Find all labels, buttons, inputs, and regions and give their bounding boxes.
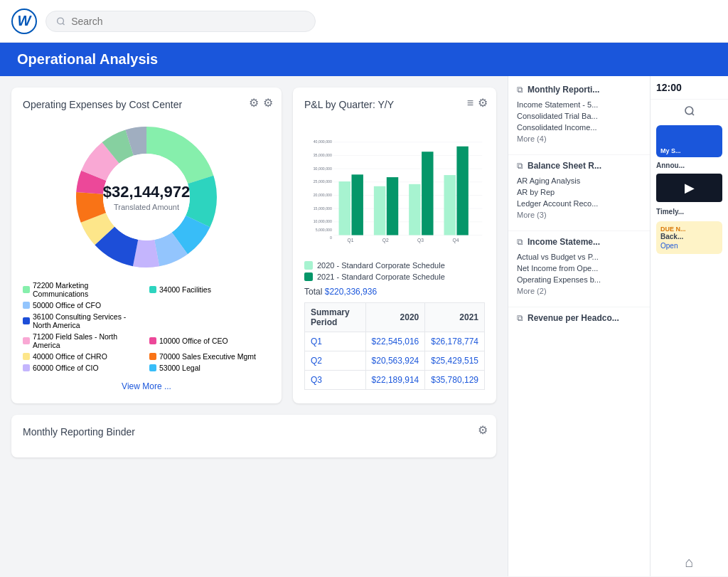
sidebar-section-income: ⧉ Income Stateme... Actual vs Budget vs … xyxy=(508,237,650,295)
donut-center: $32,144,972 Translated Amount xyxy=(103,183,190,211)
donut-customize-btn[interactable]: ⚙ xyxy=(249,96,259,110)
legend-dot xyxy=(149,286,156,293)
main-content: Operating Expenses by Cost Center ⚙ ⚙ xyxy=(0,76,728,576)
my-s-thumbnail[interactable]: My S... xyxy=(656,125,722,157)
legend-label: 50000 Office of CFO xyxy=(33,301,101,309)
legend-dot xyxy=(23,286,30,293)
home-icon[interactable]: ⌂ xyxy=(685,554,693,571)
donut-card-actions: ⚙ ⚙ xyxy=(249,96,273,110)
table-row: Q1 $22,545,016 $26,178,774 xyxy=(305,332,485,351)
sidebar-section-income-header: ⧉ Income Stateme... xyxy=(517,237,641,247)
view-more[interactable]: View More ... xyxy=(23,379,270,392)
pl-bar-chart: 40,000,000 35,000,000 30,000,000 25,000,… xyxy=(304,119,485,261)
home-icon-area[interactable]: ⌂ xyxy=(651,549,728,576)
bar-q1-2020 xyxy=(339,181,350,235)
page-title: Operational Analysis xyxy=(17,51,158,67)
sidebar-section-revenue-title: Revenue per Headco... xyxy=(528,313,619,323)
sidebar-item-actual-budget[interactable]: Actual vs Budget vs P... xyxy=(517,251,641,263)
video-thumb[interactable]: ▶ xyxy=(656,174,722,202)
legend-item: 53000 Legal xyxy=(149,364,270,372)
legend-dot xyxy=(149,364,156,371)
panels-area: Operating Expenses by Cost Center ⚙ ⚙ xyxy=(0,76,508,576)
sidebar-more-income[interactable]: More (2) xyxy=(517,287,641,295)
sidebar-item-income-stmt[interactable]: Income Statement - 5... xyxy=(517,99,641,110)
timely-label: Timely... xyxy=(651,205,728,218)
svg-text:35,000,000: 35,000,000 xyxy=(314,153,332,157)
sidebar-item-ledger[interactable]: Ledger Account Reco... xyxy=(517,198,641,209)
pl-settings-btn[interactable]: ⚙ xyxy=(478,96,488,110)
notif-text: Back... xyxy=(660,233,718,240)
val-q3-2020[interactable]: $22,189,914 xyxy=(372,375,419,385)
legend-label: 72200 Marketing Communications xyxy=(33,281,144,298)
bar-q4-2021 xyxy=(456,147,468,235)
notif-card[interactable]: DUE N... Back... Open xyxy=(656,221,722,254)
svg-text:15,000,000: 15,000,000 xyxy=(314,206,332,211)
val-q1-2021[interactable]: $26,178,774 xyxy=(431,337,478,346)
copy-icon: ⧉ xyxy=(517,85,523,95)
sidebar-section-balance-header: ⧉ Balance Sheet R... xyxy=(517,161,641,171)
legend-label: 53000 Legal xyxy=(159,364,200,372)
donut-amount: $32,144,972 xyxy=(103,183,190,201)
sidebar-section-income-title: Income Stateme... xyxy=(528,237,600,247)
total-value[interactable]: $220,336,936 xyxy=(325,287,377,297)
period-q1[interactable]: Q1 xyxy=(311,337,322,346)
sidebar-item-ar-by-rep[interactable]: AR by Rep xyxy=(517,186,641,198)
sidebar-item-ar-aging[interactable]: AR Aging Analysis xyxy=(517,175,641,186)
val-q2-2021[interactable]: $25,429,515 xyxy=(431,356,478,366)
sidebar-item-trial-bal[interactable]: Consolidated Trial Ba... xyxy=(517,110,641,122)
legend-item xyxy=(149,301,270,309)
play-icon: ▶ xyxy=(685,180,695,196)
bottom-card: Monthly Reporting Binder ⚙ xyxy=(11,415,496,457)
notif-open-btn[interactable]: Open xyxy=(660,242,718,250)
sidebar-section-balance: ⧉ Balance Sheet R... AR Aging Analysis A… xyxy=(508,161,650,219)
legend-item: 34000 Facilities xyxy=(149,281,270,298)
bar-q1-2021 xyxy=(351,174,363,235)
donut-container: $32,144,972 Translated Amount xyxy=(23,119,270,275)
sidebar-more-monthly[interactable]: More (4) xyxy=(517,134,641,143)
notif-search xyxy=(651,100,728,122)
bottom-card-title-text: Monthly Reporting Binder xyxy=(23,426,135,438)
pl-customize-btn[interactable]: ≡ xyxy=(467,96,473,110)
svg-text:Q2: Q2 xyxy=(382,238,389,243)
sidebar-item-consol-income[interactable]: Consolidated Income... xyxy=(517,122,641,133)
val-q3-2021[interactable]: $35,780,129 xyxy=(431,375,478,385)
chart-totals: Total $220,336,936 xyxy=(304,287,485,297)
legend-dot xyxy=(23,364,30,371)
bar-q2-2020 xyxy=(374,186,385,235)
donut-settings-btn[interactable]: ⚙ xyxy=(263,96,273,110)
sidebar-more-balance[interactable]: More (3) xyxy=(517,211,641,219)
bar-q2-2021 xyxy=(387,177,398,235)
period-q2[interactable]: Q2 xyxy=(311,356,322,366)
bottom-card-settings-btn[interactable]: ⚙ xyxy=(478,423,488,437)
val-q2-2020[interactable]: $20,563,924 xyxy=(372,356,419,366)
search-icon-right[interactable] xyxy=(684,105,695,117)
legend-label-2020: 2020 - Standard Corporate Schedule xyxy=(317,261,445,270)
sidebar-section-monthly: ⧉ Monthly Reporti... Income Statement - … xyxy=(508,85,650,143)
legend-color-2021 xyxy=(304,272,313,281)
sidebar-section-revenue-header: ⧉ Revenue per Headco... xyxy=(517,313,641,323)
legend-label: 34000 Facilities xyxy=(159,285,211,294)
svg-point-37 xyxy=(685,107,693,115)
copy-icon-4: ⧉ xyxy=(517,313,523,323)
svg-text:40,000,000: 40,000,000 xyxy=(314,139,332,144)
sidebar-section-monthly-header: ⧉ Monthly Reporti... xyxy=(517,85,641,95)
legend-label: 71200 Field Sales - North America xyxy=(33,332,144,349)
col-header-period: Summary Period xyxy=(305,303,366,332)
far-right-panel: 12:00 My S... Annou... ▶ Timely... DUE N… xyxy=(650,76,728,576)
val-q1-2020[interactable]: $22,545,016 xyxy=(372,337,419,346)
search-input[interactable] xyxy=(71,16,305,27)
sidebar-item-op-expenses[interactable]: Operating Expenses b... xyxy=(517,274,641,285)
sidebar-item-net-income[interactable]: Net Income from Ope... xyxy=(517,263,641,274)
legend-dot xyxy=(23,353,30,360)
svg-text:Q4: Q4 xyxy=(452,238,459,243)
search-bar[interactable] xyxy=(46,11,316,32)
legend-item xyxy=(149,312,270,329)
period-q3[interactable]: Q3 xyxy=(311,375,322,385)
bottom-card-title: Monthly Reporting Binder ⚙ xyxy=(23,426,485,438)
my-s-label: My S... xyxy=(660,147,681,154)
view-more-link[interactable]: View More ... xyxy=(122,381,171,391)
bar-q3-2020 xyxy=(409,184,420,235)
chart-legend-2020: 2020 - Standard Corporate Schedule xyxy=(304,261,485,270)
legend-dot xyxy=(23,317,30,324)
legend-dot xyxy=(23,337,30,344)
